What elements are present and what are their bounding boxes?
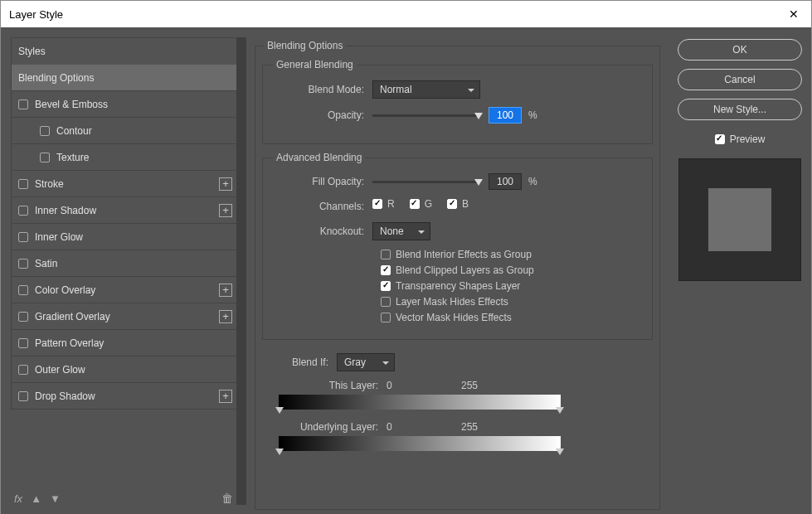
trash-icon[interactable]: 🗑: [221, 492, 233, 505]
close-button[interactable]: ✕: [776, 1, 811, 27]
new-style-button[interactable]: New Style...: [678, 99, 802, 120]
adv-opt-label: Layer Mask Hides Effects: [396, 296, 508, 308]
style-row-blending-options[interactable]: Blending Options: [11, 65, 240, 91]
add-effect-icon[interactable]: +: [219, 284, 232, 297]
general-blending-title: General Blending: [273, 59, 357, 70]
preview-checkbox[interactable]: [715, 134, 725, 144]
style-row-texture[interactable]: Texture: [11, 144, 240, 171]
style-checkbox[interactable]: [18, 206, 28, 216]
sidebar-scrollbar[interactable]: [236, 37, 246, 505]
adv-opt-label: Transparency Shapes Layer: [396, 280, 520, 292]
add-effect-icon[interactable]: +: [219, 177, 232, 191]
style-row-satin[interactable]: Satin: [11, 250, 240, 277]
style-row-color-overlay[interactable]: Color Overlay+: [11, 277, 240, 303]
adv-opt-label: Blend Clipped Layers as Group: [396, 264, 534, 276]
fx-menu-icon[interactable]: fx: [14, 492, 22, 505]
underlying-layer-label: Underlying Layer:: [279, 421, 387, 433]
fill-opacity-label: Fill Opacity:: [273, 176, 372, 187]
blend-if-select[interactable]: Gray: [337, 353, 395, 371]
style-row-stroke[interactable]: Stroke+: [11, 171, 240, 197]
styles-footer: fx ▲ ▼ 🗑: [14, 492, 233, 505]
adv-opt-label: Blend Interior Effects as Group: [396, 249, 532, 260]
adv-opt-checkbox[interactable]: [381, 281, 391, 291]
knockout-select[interactable]: None: [372, 222, 430, 240]
add-effect-icon[interactable]: +: [219, 390, 232, 403]
opacity-pct: %: [528, 109, 537, 121]
style-label: Drop Shadow: [35, 390, 95, 402]
style-label: Pattern Overlay: [35, 337, 104, 349]
this-layer-track[interactable]: [279, 395, 561, 410]
opacity-label: Opacity:: [273, 109, 372, 121]
style-label: Gradient Overlay: [35, 311, 110, 322]
channels-label: Channels:: [273, 201, 372, 212]
move-down-icon[interactable]: ▼: [50, 492, 61, 505]
style-label: Inner Shadow: [35, 205, 96, 216]
preview-swatch-inner: [708, 188, 771, 251]
general-blending-group: General Blending Blend Mode: Normal Opac…: [262, 65, 653, 144]
add-effect-icon[interactable]: +: [219, 204, 232, 217]
opacity-slider[interactable]: [372, 114, 480, 117]
blending-options-group: Blending Options General Blending Blend …: [255, 46, 660, 510]
adv-opt-checkbox[interactable]: [381, 265, 391, 275]
style-checkbox[interactable]: [18, 99, 28, 109]
ok-button[interactable]: OK: [678, 39, 802, 61]
fill-opacity-slider[interactable]: [372, 181, 480, 183]
style-label: Contour: [56, 125, 92, 137]
channel-b-checkbox[interactable]: [447, 199, 457, 209]
blending-options-title: Blending Options: [264, 40, 346, 51]
style-checkbox[interactable]: [18, 338, 28, 348]
options-panel: Blending Options General Blending Blend …: [246, 27, 669, 514]
fill-opacity-input[interactable]: 100: [489, 173, 522, 190]
advanced-blending-title: Advanced Blending: [273, 152, 365, 163]
cancel-button[interactable]: Cancel: [678, 69, 802, 90]
style-label: Color Overlay: [35, 284, 95, 296]
style-checkbox[interactable]: [18, 312, 28, 322]
style-checkbox[interactable]: [40, 126, 50, 136]
blend-mode-select[interactable]: Normal: [372, 80, 480, 99]
preview-swatch: [678, 158, 801, 281]
style-checkbox[interactable]: [18, 391, 28, 401]
titlebar: Layer Style ✕: [1, 1, 811, 27]
style-row-bevel-emboss[interactable]: Bevel & Emboss: [11, 91, 240, 118]
channel-r-checkbox[interactable]: [372, 199, 382, 209]
knockout-label: Knockout:: [273, 225, 372, 237]
move-up-icon[interactable]: ▲: [31, 492, 41, 505]
blend-if-label: Blend If:: [262, 356, 337, 368]
style-row-inner-glow[interactable]: Inner Glow: [11, 224, 240, 250]
style-label: Outer Glow: [35, 364, 85, 376]
adv-opt-checkbox[interactable]: [381, 250, 391, 259]
style-checkbox[interactable]: [18, 285, 28, 295]
style-checkbox[interactable]: [18, 259, 28, 269]
style-checkbox[interactable]: [18, 365, 28, 375]
style-label: Satin: [35, 258, 57, 269]
preview-label: Preview: [730, 133, 766, 145]
action-panel: OK Cancel New Style... Preview: [669, 27, 811, 514]
style-checkbox[interactable]: [18, 232, 28, 242]
style-row-inner-shadow[interactable]: Inner Shadow+: [11, 197, 240, 224]
style-row-outer-glow[interactable]: Outer Glow: [11, 356, 240, 383]
opacity-input[interactable]: 100: [489, 107, 522, 124]
style-row-drop-shadow[interactable]: Drop Shadow+: [11, 383, 240, 410]
adv-opt-checkbox[interactable]: [381, 313, 391, 322]
fill-opacity-pct: %: [528, 176, 537, 187]
style-row-pattern-overlay[interactable]: Pattern Overlay: [11, 330, 240, 356]
style-label: Blending Options: [18, 72, 94, 84]
style-row-gradient-overlay[interactable]: Gradient Overlay+: [11, 303, 240, 330]
this-layer-label: This Layer:: [279, 380, 387, 391]
blend-mode-label: Blend Mode:: [273, 84, 372, 95]
adv-opt-checkbox[interactable]: [381, 297, 391, 307]
add-effect-icon[interactable]: +: [219, 310, 232, 323]
style-row-contour[interactable]: Contour: [11, 118, 240, 144]
advanced-blending-group: Advanced Blending Fill Opacity: 100 % Ch…: [262, 158, 653, 340]
style-checkbox[interactable]: [40, 153, 50, 162]
style-label: Bevel & Emboss: [35, 99, 108, 110]
style-label: Texture: [56, 152, 89, 163]
styles-sidebar: Styles Blending OptionsBevel & EmbossCon…: [1, 27, 246, 514]
underlying-layer-track[interactable]: [279, 436, 561, 451]
style-label: Inner Glow: [35, 231, 83, 243]
style-checkbox[interactable]: [18, 179, 28, 189]
close-icon: ✕: [789, 7, 799, 21]
channel-g-checkbox[interactable]: [410, 199, 420, 209]
adv-opt-label: Vector Mask Hides Effects: [396, 312, 512, 323]
styles-header[interactable]: Styles: [11, 37, 240, 65]
